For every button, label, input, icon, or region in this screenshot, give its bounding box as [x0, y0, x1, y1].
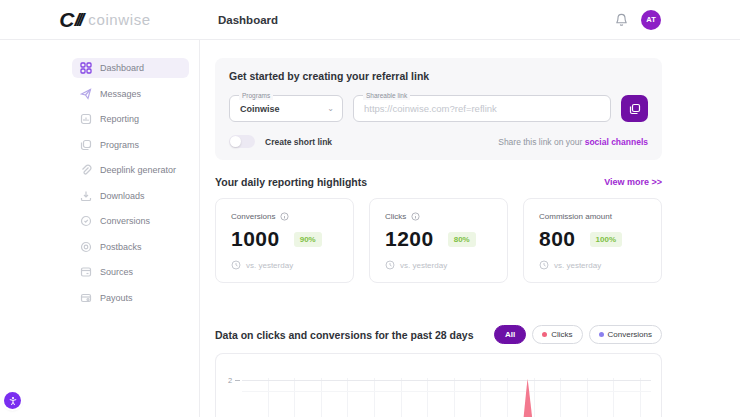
browser-card-icon — [80, 266, 92, 278]
filter-clicks-button[interactable]: Clicks — [532, 325, 582, 344]
sidebar-item-label: Messages — [100, 89, 141, 99]
social-channels-link[interactable]: social channels — [585, 137, 648, 147]
shareable-link-field: Shareable link — [353, 95, 611, 122]
clock-icon — [539, 260, 549, 270]
sidebar-item-label: Conversions — [100, 216, 150, 226]
chart-y-axis: 2 — [228, 378, 240, 417]
sidebar-item-payouts[interactable]: Payouts — [72, 288, 189, 308]
program-select-label: Programs — [239, 92, 273, 100]
clicks-conversions-chart: 2 — [215, 353, 662, 417]
stacked-squares-icon — [80, 139, 92, 151]
sidebar-item-label: Dashboard — [100, 63, 144, 73]
paper-plane-icon — [80, 88, 92, 100]
sidebar-item-sources[interactable]: Sources — [72, 262, 189, 282]
filter-label: Conversions — [608, 330, 652, 339]
chart-section-title: Data on clicks and conversions for the p… — [215, 329, 474, 341]
program-select[interactable]: Programs Coinwise ⌄ — [229, 95, 343, 122]
program-select-value: Coinwise — [240, 104, 280, 114]
accessibility-person-icon — [8, 396, 18, 406]
main-content: Get started by creating your referral li… — [200, 40, 740, 417]
info-icon[interactable] — [411, 212, 420, 221]
stat-card-conversions: Conversions 1000 90% vs. yesterday — [215, 198, 354, 283]
stat-card-clicks: Clicks 1200 80% vs. yesterday — [369, 198, 508, 283]
sidebar-item-conversions[interactable]: Conversions — [72, 211, 189, 231]
accessibility-widget-button[interactable] — [4, 392, 21, 409]
highlights-title: Your daily reporting highlights — [215, 176, 367, 188]
copy-link-button[interactable] — [621, 95, 648, 122]
clock-icon — [385, 260, 395, 270]
sidebar-item-label: Programs — [100, 140, 139, 150]
grid-icon — [80, 62, 92, 74]
report-chart-icon — [80, 113, 92, 125]
sidebar-item-label: Payouts — [100, 293, 133, 303]
download-icon — [80, 190, 92, 202]
referral-card-title: Get started by creating your referral li… — [229, 70, 648, 82]
stat-value: 1000 — [231, 227, 280, 251]
refresh-circle-icon — [80, 215, 92, 227]
referral-link-card: Get started by creating your referral li… — [215, 58, 662, 160]
clock-icon — [231, 260, 241, 270]
view-more-link[interactable]: View more >> — [604, 177, 662, 187]
stat-card-commission: Commission amount 800 100% vs. yesterday — [523, 198, 662, 283]
stat-delta-badge: 90% — [294, 232, 322, 247]
sidebar-item-label: Downloads — [100, 191, 145, 201]
logo-mark: C — [59, 8, 73, 32]
create-short-link-toggle[interactable] — [229, 135, 255, 148]
stat-label: Clicks — [385, 212, 406, 221]
user-avatar[interactable]: AT — [641, 10, 661, 30]
filter-label: All — [505, 330, 515, 339]
sidebar-item-label: Postbacks — [100, 242, 142, 252]
conversions-dot-icon — [599, 332, 604, 337]
gridline-faint — [242, 391, 651, 392]
vs-yesterday-label: vs. yesterday — [400, 261, 447, 270]
coinwise-logo[interactable]: C /// coinwise — [0, 8, 200, 32]
toggle-knob — [230, 136, 241, 147]
coinwise-dashboard-page: C /// coinwise Dashboard AT Dashboard — [0, 0, 740, 417]
sidebar-item-messages[interactable]: Messages — [72, 84, 189, 104]
topbar-actions: AT — [615, 10, 740, 30]
y-tick-label: 2 — [228, 378, 232, 383]
vs-yesterday-label: vs. yesterday — [246, 261, 293, 270]
sidebar-item-reporting[interactable]: Reporting — [72, 109, 189, 129]
sidebar-item-programs[interactable]: Programs — [72, 135, 189, 155]
stat-delta-badge: 100% — [590, 232, 622, 247]
sidebar-item-downloads[interactable]: Downloads — [72, 186, 189, 206]
sidebar-item-label: Sources — [100, 267, 133, 277]
wallet-card-icon — [80, 292, 92, 304]
clicks-spike-area — [522, 378, 534, 417]
highlights-header: Your daily reporting highlights View mor… — [215, 176, 662, 188]
stat-label: Conversions — [231, 212, 275, 221]
top-bar: C /// coinwise Dashboard AT — [0, 0, 740, 40]
clicks-dot-icon — [542, 332, 547, 337]
info-icon[interactable] — [280, 212, 289, 221]
stat-label: Commission amount — [539, 212, 612, 221]
share-hint-text: Share this link on your social channels — [498, 137, 648, 147]
stat-delta-badge: 80% — [448, 232, 476, 247]
shareable-link-label: Shareable link — [363, 92, 410, 100]
sidebar-item-label: Deeplink generator — [100, 165, 176, 175]
sidebar-item-deeplink-generator[interactable]: Deeplink generator — [72, 160, 189, 180]
short-link-row: Create short link Share this link on you… — [229, 135, 648, 148]
gridline-y2 — [242, 380, 651, 381]
referral-form-row: Programs Coinwise ⌄ Shareable link — [229, 95, 648, 122]
create-short-link-label: Create short link — [265, 137, 332, 147]
chart-plot-area[interactable] — [242, 378, 651, 417]
filter-all-button[interactable]: All — [494, 325, 526, 344]
copy-icon — [629, 103, 641, 115]
stats-row: Conversions 1000 90% vs. yesterday — [215, 198, 662, 283]
stat-value: 1200 — [385, 227, 434, 251]
page-title: Dashboard — [218, 14, 278, 26]
filter-label: Clicks — [551, 330, 572, 339]
logo-wordmark: coinwise — [88, 11, 150, 28]
logo-slashes: /// — [75, 9, 82, 31]
filter-conversions-button[interactable]: Conversions — [589, 325, 662, 344]
paperclip-icon — [80, 164, 92, 176]
sidebar-item-postbacks[interactable]: Postbacks — [72, 237, 189, 257]
notification-bell-icon[interactable] — [615, 13, 628, 27]
chart-section-header: Data on clicks and conversions for the p… — [215, 325, 662, 344]
sidebar-item-dashboard[interactable]: Dashboard — [72, 58, 189, 78]
chart-filter-pills: All Clicks Conversions — [494, 325, 662, 344]
y-tick-mark — [235, 380, 240, 381]
chevron-down-icon: ⌄ — [327, 104, 334, 113]
sidebar-nav: Dashboard Messages Reporting — [0, 40, 200, 417]
